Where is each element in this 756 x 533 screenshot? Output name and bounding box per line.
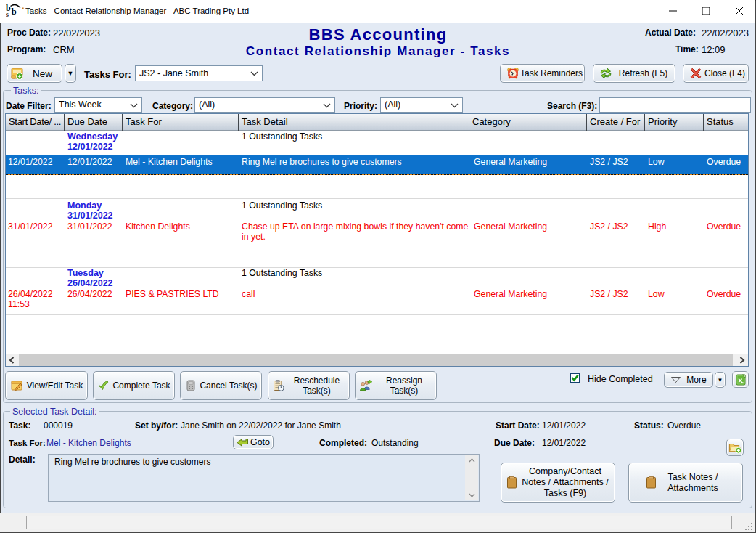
svg-text:b: b: [12, 6, 17, 17]
svg-text:s: s: [6, 10, 9, 18]
